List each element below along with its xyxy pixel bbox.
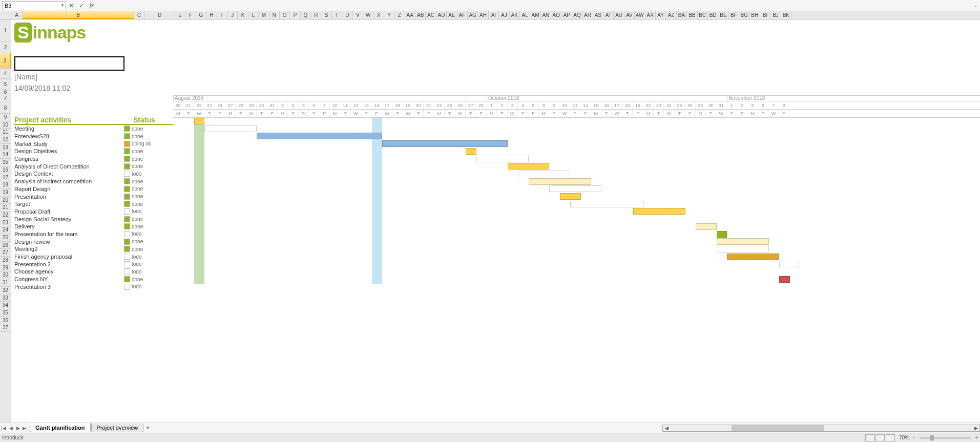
gantt-bar[interactable] <box>508 163 550 170</box>
gantt-bar[interactable] <box>696 223 717 230</box>
row-header-19[interactable]: 19 <box>0 189 11 197</box>
name-box[interactable]: B3 ▼ <box>2 1 66 10</box>
col-header-BA[interactable]: BA <box>677 11 687 19</box>
col-header-AV[interactable]: AV <box>624 11 635 19</box>
activity-row[interactable]: Presentationdone <box>11 193 173 200</box>
activity-row[interactable]: Analysis of Direct Competitiondone <box>11 162 173 170</box>
row-header-1[interactable]: 1 <box>0 19 11 42</box>
sheet-area[interactable]: Sinnaps [Name] 14/09/2018 11:02 Project … <box>11 19 980 423</box>
row-header-35[interactable]: 35 <box>0 309 11 317</box>
col-header-S[interactable]: S <box>321 11 331 19</box>
col-header-G[interactable]: G <box>196 11 206 19</box>
gantt-bar[interactable] <box>779 261 800 267</box>
row-header-27[interactable]: 27 <box>0 249 11 257</box>
col-header-X[interactable]: X <box>373 11 384 19</box>
tab-next-icon[interactable]: ▶ <box>14 426 22 431</box>
row-header-8[interactable]: 8 <box>0 102 11 114</box>
row-header-17[interactable]: 17 <box>0 174 11 182</box>
col-header-AE[interactable]: AE <box>447 11 457 19</box>
col-header-P[interactable]: P <box>290 11 300 19</box>
col-header-BE[interactable]: BE <box>718 11 728 19</box>
row-header-14[interactable]: 14 <box>0 151 11 159</box>
col-header-AY[interactable]: AY <box>656 11 666 19</box>
col-header-AS[interactable]: AS <box>593 11 603 19</box>
col-header-Z[interactable]: Z <box>394 11 405 19</box>
formula-input[interactable] <box>97 0 970 11</box>
scroll-thumb[interactable] <box>732 425 824 431</box>
col-header-C[interactable]: C <box>134 11 144 19</box>
row-header-12[interactable]: 12 <box>0 136 11 144</box>
col-header-R[interactable]: R <box>311 11 321 19</box>
row-header-29[interactable]: 29 <box>0 264 11 272</box>
activity-row[interactable]: EnterviewS28done <box>11 133 173 140</box>
col-header-V[interactable]: V <box>353 11 363 19</box>
activity-row[interactable]: Market Studydoing ok <box>11 140 173 148</box>
gantt-bar[interactable] <box>727 254 779 260</box>
col-header-I[interactable]: I <box>217 11 227 19</box>
row-header-21[interactable]: 21 <box>0 204 11 212</box>
horizontal-scrollbar[interactable]: ◀ ▶ <box>662 425 980 432</box>
gantt-bar[interactable] <box>717 238 769 245</box>
row-header-2[interactable]: 2 <box>0 42 11 53</box>
row-header-10[interactable]: 10 <box>0 121 11 129</box>
col-header-F[interactable]: F <box>185 11 196 19</box>
name-box-dropdown-icon[interactable]: ▼ <box>60 3 65 8</box>
gantt-bar[interactable] <box>779 276 789 283</box>
cancel-icon[interactable]: ✕ <box>66 2 76 9</box>
view-page-icon[interactable] <box>875 434 885 441</box>
col-header-H[interactable]: H <box>206 11 217 19</box>
col-header-AP[interactable]: AP <box>561 11 572 19</box>
col-header-AW[interactable]: AW <box>635 11 645 19</box>
col-header-BF[interactable]: BF <box>729 11 739 19</box>
row-header-30[interactable]: 30 <box>0 271 11 279</box>
gantt-bar[interactable] <box>529 178 591 185</box>
col-header-A[interactable]: A <box>11 11 23 19</box>
expand-formula-icon[interactable]: ⌄ <box>970 3 980 8</box>
col-header-BJ[interactable]: BJ <box>770 11 781 19</box>
view-break-icon[interactable] <box>886 434 895 441</box>
col-header-O[interactable]: O <box>280 11 290 19</box>
gantt-bar[interactable] <box>194 118 204 124</box>
row-header-23[interactable]: 23 <box>0 219 11 227</box>
col-header-AF[interactable]: AF <box>457 11 468 19</box>
sheet-tab[interactable]: Project overview <box>91 424 144 432</box>
col-header-AG[interactable]: AG <box>468 11 478 19</box>
activity-row[interactable]: Presentation 2todo <box>11 260 173 268</box>
row-header-3[interactable]: 3 <box>0 53 11 69</box>
row-header-36[interactable]: 36 <box>0 317 11 325</box>
col-header-BC[interactable]: BC <box>698 11 708 19</box>
activity-row[interactable]: Analysis of indirect competitiondone <box>11 178 173 185</box>
activity-row[interactable]: Report Designdone <box>11 185 173 193</box>
col-header-AQ[interactable]: AQ <box>572 11 582 19</box>
gantt-bar[interactable] <box>570 201 643 207</box>
row-header-7[interactable]: 7 <box>0 94 11 102</box>
gantt-bar[interactable] <box>717 246 769 252</box>
row-header-33[interactable]: 33 <box>0 294 11 302</box>
col-header-AC[interactable]: AC <box>426 11 436 19</box>
col-header-BH[interactable]: BH <box>749 11 760 19</box>
col-header-AJ[interactable]: AJ <box>499 11 509 19</box>
row-header-34[interactable]: 34 <box>0 302 11 309</box>
col-header-U[interactable]: U <box>342 11 352 19</box>
col-header-M[interactable]: M <box>259 11 269 19</box>
row-header-31[interactable]: 31 <box>0 279 11 287</box>
activity-row[interactable]: Presentation for the teamtodo <box>11 230 173 238</box>
col-header-BG[interactable]: BG <box>739 11 749 19</box>
zoom-slider[interactable] <box>920 437 971 439</box>
activity-row[interactable]: Targetdone <box>11 200 173 208</box>
col-header-E[interactable]: E <box>175 11 185 19</box>
col-header-AI[interactable]: AI <box>489 11 499 19</box>
col-header-Y[interactable]: Y <box>384 11 394 19</box>
gantt-bar[interactable] <box>204 125 257 132</box>
activity-row[interactable]: Design Objetivesdone <box>11 148 173 155</box>
col-header-L[interactable]: L <box>248 11 259 19</box>
col-header-AR[interactable]: AR <box>582 11 593 19</box>
row-header-16[interactable]: 16 <box>0 166 11 174</box>
zoom-out-icon[interactable]: − <box>912 435 915 440</box>
row-header-13[interactable]: 13 <box>0 144 11 152</box>
row-header-26[interactable]: 26 <box>0 242 11 249</box>
activity-row[interactable]: Design reviewdone <box>11 238 173 245</box>
activity-row[interactable]: Choose agencytodo <box>11 268 173 276</box>
activity-row[interactable]: Design Social Strategydone <box>11 215 173 223</box>
col-header-BD[interactable]: BD <box>708 11 718 19</box>
